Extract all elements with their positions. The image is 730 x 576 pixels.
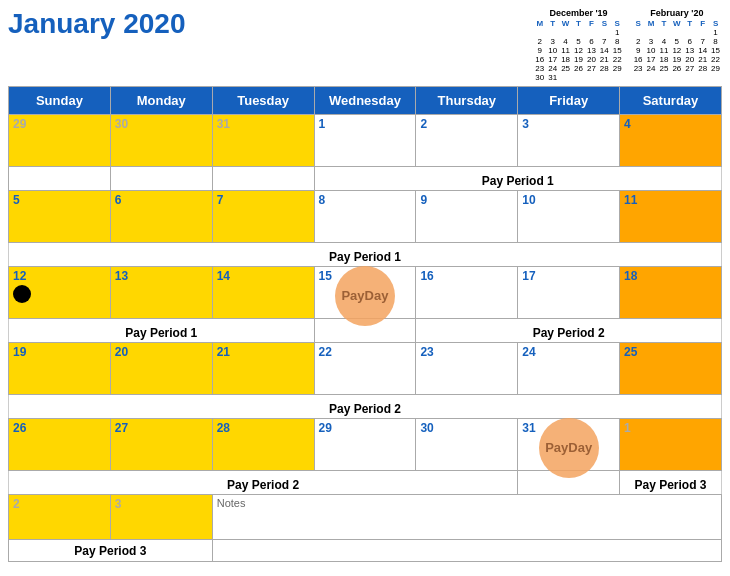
mini-cal-day: 10 [546, 46, 559, 55]
day-number: 16 [420, 269, 513, 283]
mini-cal-day: 20 [683, 55, 696, 64]
mini-cal-day: 13 [585, 46, 598, 55]
mini-cal-day [572, 28, 585, 37]
day-number: 29 [319, 421, 412, 435]
day-number: 3 [522, 117, 615, 131]
day-header: Saturday [620, 87, 722, 115]
app-container: January 2020 December '19MTWTFSS12345678… [0, 0, 730, 576]
day-cell: 30 [110, 115, 212, 167]
mini-cal-day: 5 [572, 37, 585, 46]
day-number: 3 [115, 497, 208, 511]
mini-cal-day: 14 [598, 46, 611, 55]
mini-cal-day: 6 [683, 37, 696, 46]
day-number: 28 [217, 421, 310, 435]
pay-period-label-cell: Pay Period 2 [9, 471, 518, 495]
day-cell: 20 [110, 343, 212, 395]
day-number: 1 [624, 421, 717, 435]
payday-circle: PayDay [335, 266, 395, 326]
mini-cal-day [585, 28, 598, 37]
day-cell: 21 [212, 343, 314, 395]
day-number: 18 [624, 269, 717, 283]
day-cell: 4 [620, 115, 722, 167]
day-header: Monday [110, 87, 212, 115]
mini-cal-day [533, 28, 546, 37]
day-number: 2 [13, 497, 106, 511]
day-number: 27 [115, 421, 208, 435]
day-number: 19 [13, 345, 106, 359]
pay-period-label-cell [110, 167, 212, 191]
mini-cal-day: 1 [709, 28, 722, 37]
mini-cal-day: 22 [611, 55, 624, 64]
day-header: Thursday [416, 87, 518, 115]
mini-cal-day: 27 [585, 64, 598, 73]
pay-period-label-cell [212, 167, 314, 191]
day-cell: 3 [518, 115, 620, 167]
calendar-table: SundayMondayTuesdayWednesdayThursdayFrid… [8, 86, 722, 562]
day-cell: 12 [9, 267, 111, 319]
day-number: 5 [13, 193, 106, 207]
empty-cell [212, 540, 721, 562]
mini-cal-day: 19 [670, 55, 683, 64]
day-number: 30 [420, 421, 513, 435]
notes-label: Notes [217, 497, 246, 509]
pay-period-label-cell [9, 167, 111, 191]
day-number: 4 [624, 117, 717, 131]
day-cell: 30 [416, 419, 518, 471]
mini-cal-day: 7 [598, 37, 611, 46]
mini-cal-day: 21 [598, 55, 611, 64]
day-cell: 2 [416, 115, 518, 167]
day-cell: 1 [620, 419, 722, 471]
mini-cal-day: 19 [572, 55, 585, 64]
day-cell: 23 [416, 343, 518, 395]
pay-period-label-cell: Pay Period 3 [9, 540, 213, 562]
mini-cal-day: 14 [696, 46, 709, 55]
day-number: 2 [420, 117, 513, 131]
mini-cal-day: 26 [572, 64, 585, 73]
day-cell: 27 [110, 419, 212, 471]
day-header: Tuesday [212, 87, 314, 115]
day-cell: 13 [110, 267, 212, 319]
day-cell: 26 [9, 419, 111, 471]
day-cell: 8 [314, 191, 416, 243]
pay-period-label-cell: Pay Period 2 [416, 319, 722, 343]
day-number: 11 [624, 193, 717, 207]
mini-cal-day: 23 [533, 64, 546, 73]
day-number: 10 [522, 193, 615, 207]
mini-cal-day: 17 [546, 55, 559, 64]
mini-cal-day [559, 28, 572, 37]
day-cell: 6 [110, 191, 212, 243]
mini-cal-day [670, 28, 683, 37]
mini-cal-day [611, 73, 624, 82]
day-cell: 29 [314, 419, 416, 471]
day-cell: 19 [9, 343, 111, 395]
day-cell: 25 [620, 343, 722, 395]
mini-cal-day: 18 [657, 55, 670, 64]
mini-cal-day [657, 28, 670, 37]
mini-cal-day: 16 [632, 55, 645, 64]
day-cell: 10 [518, 191, 620, 243]
mini-cal-day: 22 [709, 55, 722, 64]
mini-cal-day: 11 [657, 46, 670, 55]
day-cell: 24 [518, 343, 620, 395]
pay-period-label-cell: Pay Period 1 [9, 243, 722, 267]
mini-cal-title: February '20 [632, 8, 722, 18]
mini-cal-day: 10 [645, 46, 658, 55]
day-cell: 29 [9, 115, 111, 167]
mini-cal-day: 29 [709, 64, 722, 73]
day-number: 14 [217, 269, 310, 283]
mini-cal-day [598, 28, 611, 37]
mini-cal-day: 6 [585, 37, 598, 46]
top-area: January 2020 December '19MTWTFSS12345678… [0, 0, 730, 86]
mini-cal-day: 30 [533, 73, 546, 82]
day-cell: 7 [212, 191, 314, 243]
mini-calendar: December '19MTWTFSS123456789101112131415… [533, 8, 623, 82]
day-header: Friday [518, 87, 620, 115]
mini-cal-day: 3 [645, 37, 658, 46]
mini-calendar: February '20SMTWTFS123456789101112131415… [632, 8, 722, 82]
mini-cal-day: 8 [611, 37, 624, 46]
mini-cal-day: 21 [696, 55, 709, 64]
mini-cal-day [572, 73, 585, 82]
day-cell: 22 [314, 343, 416, 395]
mini-cal-day: 9 [632, 46, 645, 55]
mini-cal-day: 2 [533, 37, 546, 46]
